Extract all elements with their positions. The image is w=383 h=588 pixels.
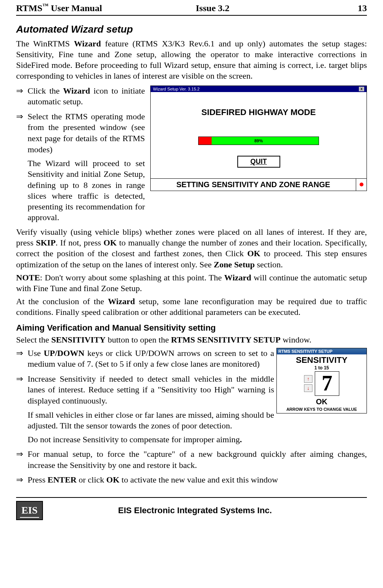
header-product: RTMS — [16, 3, 43, 13]
text: Press — [28, 475, 48, 484]
wizard-mode-heading: SIDEFIRED HIGHWAY MODE — [158, 107, 359, 117]
text-bold: ENTER — [48, 475, 77, 484]
progress-value: 89% — [199, 137, 319, 145]
intro-paragraph: The WinRTMS Wizard feature (RTMS X3/K3 R… — [16, 38, 367, 82]
page-number: 13 — [358, 3, 367, 13]
text-bold: SKIP — [36, 238, 56, 247]
window-title: Wizard Setup Ver. 3.15.2 — [153, 87, 200, 91]
sub-paragraph: Do not increase Sensitivity to compensat… — [28, 434, 367, 445]
header-doc-title: User Manual — [49, 3, 102, 13]
list-item: Press ENTER or click OK to activate the … — [16, 474, 367, 486]
footer-company-name: EIS Electronic Integrated Systems Inc. — [50, 506, 367, 516]
verify-paragraph: Verify visually (using vehicle blips) wh… — [16, 227, 367, 270]
text-bold: Wizard — [63, 86, 90, 96]
text-bold: Wizard — [108, 296, 135, 306]
text: section. — [255, 260, 283, 269]
header-issue: Issue 3.2 — [102, 3, 358, 13]
window-titlebar: Wizard Setup Ver. 3.15.2 x — [151, 86, 367, 92]
wizard-setup-window: Wizard Setup Ver. 3.15.2 x SIDEFIRED HIG… — [150, 86, 367, 191]
conclusion-paragraph: At the conclusion of the Wizard setup, s… — [16, 296, 367, 318]
text: At the conclusion of the — [16, 296, 108, 306]
text-bold: Wizard — [224, 273, 251, 282]
list-item: For manual setup, to force the "capture"… — [16, 449, 367, 471]
text: Do not increase Sensitivity to compensat… — [28, 435, 240, 444]
text-bold: OK — [104, 238, 117, 247]
sub-paragraph: If small vehicles in either close or far… — [28, 410, 367, 431]
status-indicator — [356, 179, 367, 191]
text: Select the — [16, 335, 51, 344]
text-bold: SENSITIVITY — [51, 335, 106, 344]
list-item: Increase Sensitivity if needed to detect… — [16, 374, 367, 445]
note-paragraph: NOTE: Don't worry about some splashing a… — [16, 272, 367, 294]
trademark-symbol: ™ — [43, 2, 49, 9]
status-dot-icon — [360, 183, 363, 186]
text: button to open the — [105, 335, 171, 344]
text-bold: NOTE — [16, 273, 40, 282]
text: Select the RTMS operating mode from the … — [28, 112, 145, 154]
text: or click — [77, 475, 107, 484]
text: . If not, press — [56, 238, 104, 247]
wizard-status-text: SETTING SENSITIVITY AND ZONE RANGE — [151, 179, 356, 191]
text-bold: Zone Setup — [214, 260, 255, 269]
close-icon[interactable]: x — [359, 87, 364, 91]
wizard-note: The Wizard will proceed to set Sensitivi… — [28, 158, 145, 223]
section-title-automated-wizard: Automated Wizard setup — [16, 23, 367, 35]
page-header: RTMS™ User Manual Issue 3.2 13 — [16, 0, 367, 16]
progress-bar: 89% — [198, 137, 319, 145]
page-footer: EIS EIS Electronic Integrated Systems In… — [16, 497, 367, 524]
header-left: RTMS™ User Manual — [16, 2, 102, 13]
text: to activate the new value and exit this … — [120, 475, 278, 484]
text-bold: OK — [106, 475, 119, 484]
text: : Don't worry about some splashing at th… — [40, 273, 224, 282]
text-bold: . — [240, 435, 242, 444]
text: Click the — [28, 86, 63, 96]
opener-paragraph: Select the SENSITIVITY button to open th… — [16, 334, 367, 345]
text-bold: OK — [247, 249, 260, 258]
section-title-aiming: Aiming Verification and Manual Sensitivi… — [16, 323, 367, 333]
text-bold: RTMS SENSITIVITY SETUP — [171, 335, 281, 344]
quit-button[interactable]: QUIT — [237, 156, 280, 168]
eis-logo: EIS — [16, 501, 43, 520]
text: window. — [281, 335, 311, 344]
list-item: Select the RTMS operating mode from the … — [16, 111, 145, 223]
list-item: Use UP/DOWN keys or click UP/DOWN arrows… — [16, 348, 367, 370]
list-item: Click the Wizard icon to initiate automa… — [16, 86, 145, 107]
text: The WinRTMS — [16, 39, 74, 48]
text-bold: Wizard — [74, 39, 101, 48]
text: Increase Sensitivity if needed to detect… — [28, 374, 274, 405]
text-bold: UP/DOWN — [44, 348, 84, 358]
text: Use — [28, 348, 44, 358]
